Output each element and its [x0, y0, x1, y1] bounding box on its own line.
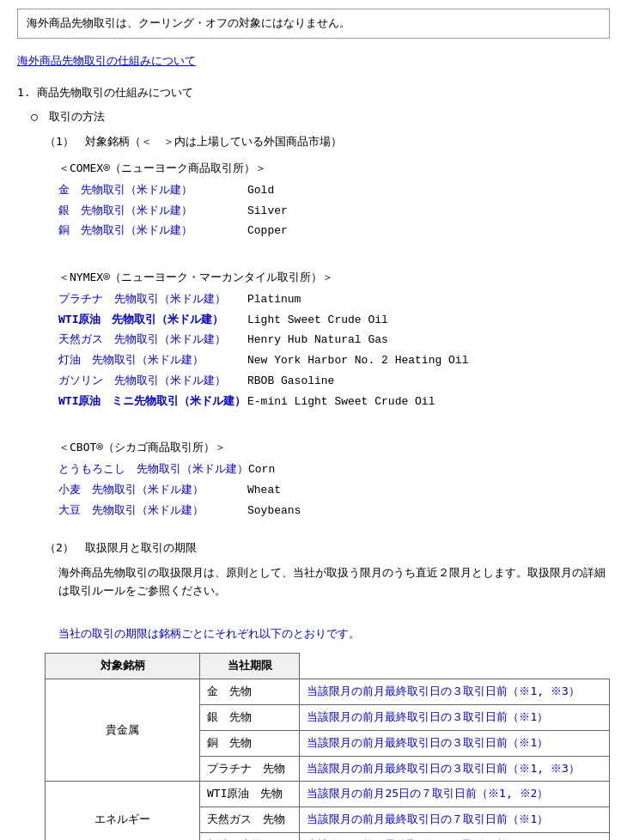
trading-method-label: ○ 取引の方法 [17, 108, 610, 126]
nymex-item-platinum: プラチナ 先物取引（米ドル建） Platinum [58, 290, 610, 309]
cbot-header: ＜CBOT®（シカゴ商品取引所）＞ [17, 439, 610, 457]
cbot-corn-label: とうもろこし 先物取引（米ドル建） [58, 460, 248, 478]
top-notice-text: 海外商品先物取引は、クーリング・オフの対象にはなりません。 [27, 16, 350, 29]
comex-item-gold: 金 先物取引（米ドル建） Gold [58, 181, 610, 200]
limit-month-label: （2） 取扱限月と取引の期限 [17, 539, 610, 557]
top-notice-box: 海外商品先物取引は、クーリング・オフの対象にはなりません。 [17, 9, 610, 39]
energy-wti-name: WTI原油 先物 [200, 782, 300, 807]
cbot-item-soybeans: 大豆 先物取引（米ドル建） Soybeans [58, 502, 610, 520]
nymex-heating-value: New York Harbor No. 2 Heating Oil [247, 352, 468, 370]
comex-header: ＜COMEX®（ニューヨーク商品取引所）＞ [17, 160, 610, 178]
precious-platinum-limit: 当該限月の前月最終取引日の３取引日前（※1, ※3） [300, 756, 610, 782]
comex-silver-value: Silver [247, 203, 288, 221]
energy-heating-limit: 当該限月の前月最終取引日の７取引日前（※1） [300, 832, 610, 840]
cbot-item-corn: とうもろこし 先物取引（米ドル建） Corn [58, 460, 610, 479]
comex-copper-value: Copper [247, 222, 288, 240]
nymex-wti-value: Light Sweet Crude Oil [247, 312, 388, 330]
target-brands-label: （1） 対象銘柄（＜ ＞内は上場している外国商品市場） [17, 133, 610, 151]
cbot-corn-value: Corn [248, 461, 275, 479]
nymex-platinum-value: Platinum [247, 291, 301, 309]
energy-gas-name: 天然ガス 先物 [200, 807, 300, 833]
section-link-container: 海外商品先物取引の仕組みについて [17, 52, 610, 70]
limit-month-para1: 海外商品先物取引の取扱限月は、原則として、当社が取扱う限月のうち直近２限月としま… [17, 564, 610, 600]
limit-table-container: 対象銘柄 当社期限 貴金属 金 先物 当該限月の前月最終取引日の３取引日前（※1… [17, 653, 610, 840]
category-energy: エネルギー [46, 782, 200, 840]
nymex-gas-value: Henry Hub Natural Gas [247, 332, 388, 350]
table-header-brand: 対象銘柄 [46, 654, 200, 679]
comex-gold-label: 金 先物取引（米ドル建） [58, 181, 247, 199]
comex-items: 金 先物取引（米ドル建） Gold 銀 先物取引（米ドル建） Silver 銅 … [17, 181, 610, 240]
precious-gold-name: 金 先物 [200, 679, 300, 705]
nymex-gasoline-label: ガソリン 先物取引（米ドル建） [58, 372, 247, 390]
cbot-items: とうもろこし 先物取引（米ドル建） Corn 小麦 先物取引（米ドル建） Whe… [17, 460, 610, 520]
nymex-emini-label: WTI原油 ミニ先物取引（米ドル建） [58, 393, 247, 411]
energy-gas-limit: 当該限月の前月最終取引日の７取引日前（※1） [300, 807, 610, 833]
nymex-heating-label: 灯油 先物取引（米ドル建） [58, 351, 247, 369]
energy-wti-limit: 当該限月の前月25日の７取引日前（※1, ※2） [300, 782, 610, 807]
precious-silver-limit: 当該限月の前月最終取引日の３取引日前（※1） [300, 704, 610, 730]
precious-gold-limit: 当該限月の前月最終取引日の３取引日前（※1, ※3） [300, 679, 610, 705]
section-link[interactable]: 海外商品先物取引の仕組みについて [17, 54, 196, 67]
table-header-limit: 当社期限 [200, 654, 300, 679]
comex-copper-label: 銅 先物取引（米ドル建） [58, 222, 247, 240]
section1-title: 1. 商品先物取引の仕組みについて [17, 84, 610, 102]
nymex-item-heating: 灯油 先物取引（米ドル建） New York Harbor No. 2 Heat… [58, 351, 610, 370]
cbot-soybeans-value: Soybeans [247, 502, 301, 520]
precious-silver-name: 銀 先物 [200, 704, 300, 730]
cbot-item-wheat: 小麦 先物取引（米ドル建） Wheat [58, 481, 610, 500]
category-precious-metals: 貴金属 [46, 679, 200, 782]
nymex-item-gasoline: ガソリン 先物取引（米ドル建） RBOB Gasoline [58, 372, 610, 391]
nymex-items: プラチナ 先物取引（米ドル建） Platinum WTI原油 先物取引（米ドル建… [17, 290, 610, 411]
nymex-emini-value: E-mini Light Sweet Crude Oil [247, 393, 435, 411]
nymex-item-gas: 天然ガス 先物取引（米ドル建） Henry Hub Natural Gas [58, 331, 610, 350]
nymex-item-wti: WTI原油 先物取引（米ドル建） Light Sweet Crude Oil [58, 311, 610, 330]
table-row: エネルギー WTI原油 先物 当該限月の前月25日の７取引日前（※1, ※2） [46, 782, 610, 807]
nymex-wti-label: WTI原油 先物取引（米ドル建） [58, 311, 247, 329]
comex-item-silver: 銀 先物取引（米ドル建） Silver [58, 202, 610, 221]
nymex-item-emini: WTI原油 ミニ先物取引（米ドル建） E-mini Light Sweet Cr… [58, 393, 610, 411]
limit-table: 対象銘柄 当社期限 貴金属 金 先物 当該限月の前月最終取引日の３取引日前（※1… [45, 653, 610, 840]
nymex-header: ＜NYMEX®（ニューヨーク・マーカンタイル取引所）＞ [17, 269, 610, 287]
comex-silver-label: 銀 先物取引（米ドル建） [58, 202, 247, 220]
precious-copper-limit: 当該限月の前月最終取引日の３取引日前（※1） [300, 730, 610, 756]
cbot-soybeans-label: 大豆 先物取引（米ドル建） [58, 502, 247, 520]
table-note: 当社の取引の期限は銘柄ごとにそれぞれ以下のとおりです。 [17, 625, 610, 643]
nymex-gas-label: 天然ガス 先物取引（米ドル建） [58, 331, 247, 349]
precious-platinum-name: プラチナ 先物 [200, 756, 300, 782]
energy-heating-name: 灯油 先物 [200, 832, 300, 840]
nymex-platinum-label: プラチナ 先物取引（米ドル建） [58, 290, 247, 308]
comex-item-copper: 銅 先物取引（米ドル建） Copper [58, 222, 610, 240]
table-row: 貴金属 金 先物 当該限月の前月最終取引日の３取引日前（※1, ※3） [46, 679, 610, 705]
cbot-wheat-value: Wheat [247, 482, 281, 500]
cbot-wheat-label: 小麦 先物取引（米ドル建） [58, 481, 247, 499]
comex-gold-value: Gold [247, 182, 274, 200]
precious-copper-name: 銅 先物 [200, 730, 300, 756]
nymex-gasoline-value: RBOB Gasoline [247, 373, 334, 391]
